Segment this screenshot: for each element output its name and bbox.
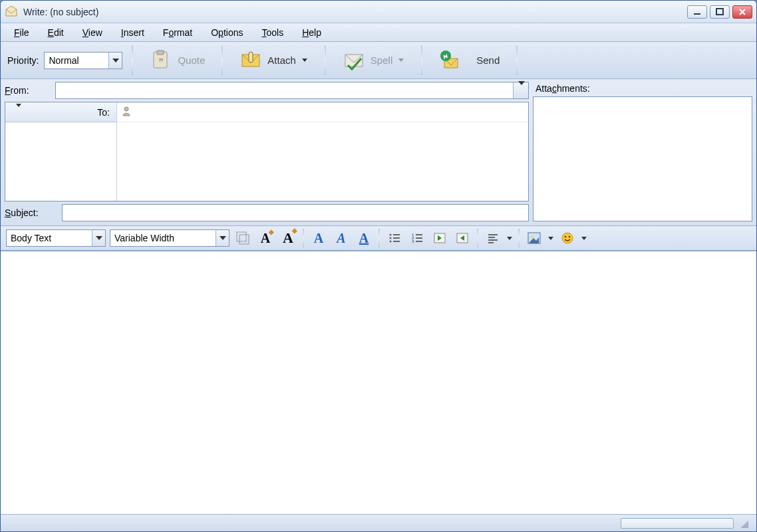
progress-bar [621,518,734,529]
spell-label: Spell [371,55,392,66]
to-label: To: [97,107,110,118]
underline-button[interactable]: A [355,229,373,247]
svg-rect-0 [694,13,700,15]
align-dropdown-arrow[interactable] [506,237,513,240]
attach-label: Attach [267,55,296,66]
paragraph-style-select[interactable]: Body Text [6,229,106,247]
toolbar-separator [516,46,518,75]
outdent-button[interactable] [430,229,449,247]
subject-label: Subject: [5,207,58,218]
svg-rect-1 [716,9,723,15]
svg-rect-29 [488,239,498,241]
attachments-list[interactable] [533,96,752,221]
send-button[interactable]: Send [432,46,507,75]
spell-dropdown-arrow[interactable] [398,59,404,62]
insert-image-button[interactable] [525,229,543,247]
message-body-editor[interactable] [1,251,756,514]
svg-rect-27 [488,234,498,235]
align-button[interactable] [484,229,502,247]
italic-button[interactable]: A [332,229,351,247]
svg-rect-24 [416,241,422,242]
svg-point-17 [390,241,392,243]
quote-button[interactable]: ” Quote [142,46,212,75]
toolbar-separator [325,46,326,75]
svg-rect-28 [488,237,495,238]
from-select[interactable] [55,82,529,99]
chevron-down-icon [16,107,21,118]
statusbar [1,514,756,531]
font-family-select[interactable]: Variable Width [110,229,229,247]
quote-label: Quote [178,55,205,66]
indent-button[interactable] [453,229,472,247]
menu-tools[interactable]: Tools [252,25,293,41]
paragraph-style-value: Body Text [11,233,51,243]
svg-point-35 [569,236,571,238]
app-icon [5,5,18,19]
close-button[interactable] [732,5,752,19]
maximize-button[interactable] [710,5,730,19]
menu-help[interactable]: Help [293,25,331,41]
decrease-size-button[interactable]: A◆ [256,229,275,247]
svg-rect-30 [488,242,494,243]
recipient-type-column: To: [5,102,117,201]
svg-point-34 [565,236,567,238]
svg-rect-16 [393,237,400,239]
minimize-button[interactable] [687,5,707,19]
svg-point-15 [390,237,392,239]
compose-window: Write: (no subject) File Edit View Inser… [0,0,757,532]
menu-format[interactable]: Format [154,25,202,41]
person-icon [121,106,132,118]
menu-options[interactable]: Options [202,25,252,41]
svg-point-10 [124,107,128,111]
recipient-row[interactable] [117,102,528,122]
emoticon-button[interactable] [558,229,577,247]
menu-insert[interactable]: Insert [112,25,154,41]
menu-view[interactable]: View [73,25,112,41]
quote-icon: ” [150,49,172,72]
insert-image-dropdown-arrow[interactable] [547,237,554,240]
svg-rect-18 [393,241,400,242]
increase-size-button[interactable]: A◆ [279,229,297,247]
recipient-type-header[interactable]: To: [5,102,116,122]
svg-rect-11 [237,232,246,241]
svg-point-32 [531,235,533,238]
send-label: Send [476,55,500,66]
attachments-label: Attachments: [533,82,752,96]
titlebar: Write: (no subject) [1,1,756,23]
svg-text:”: ” [159,57,164,67]
from-label: From: [5,85,51,96]
bold-button[interactable]: A [309,229,328,247]
priority-label: Priority: [7,55,39,66]
recipient-address-column [117,102,528,201]
window-title: Write: (no subject) [23,7,98,17]
priority-value: Normal [49,55,78,66]
priority-select[interactable]: Normal [44,52,122,69]
svg-rect-20 [416,234,422,235]
resize-grip-icon[interactable] [739,519,748,528]
svg-rect-14 [393,234,400,235]
toolbar-separator [132,46,133,75]
recipients-grid: To: [5,102,529,201]
emoticon-dropdown-arrow[interactable] [581,237,587,240]
send-icon [439,49,462,72]
format-toolbar: Body Text Variable Width A◆ A◆ A A A 123 [1,226,756,251]
main-toolbar: Priority: Normal ” Quote Attach Spell [1,42,756,79]
attach-button[interactable]: Attach [232,46,315,75]
menu-file[interactable]: File [5,25,39,41]
svg-rect-12 [239,235,249,244]
attach-icon [239,49,262,72]
menubar: File Edit View Insert Format Options Too… [1,23,756,42]
svg-point-33 [562,233,573,243]
spell-button[interactable]: Spell [335,46,412,75]
toolbar-separator [421,46,422,75]
text-color-button[interactable] [233,229,252,247]
bullet-list-button[interactable] [385,229,404,247]
svg-rect-22 [416,237,422,239]
attach-dropdown-arrow[interactable] [301,59,308,62]
svg-point-13 [390,234,392,236]
number-list-button[interactable]: 123 [408,229,426,247]
svg-rect-6 [249,52,253,63]
subject-input[interactable] [62,204,529,221]
header-area: From: To: [1,79,756,226]
menu-edit[interactable]: Edit [39,25,73,41]
